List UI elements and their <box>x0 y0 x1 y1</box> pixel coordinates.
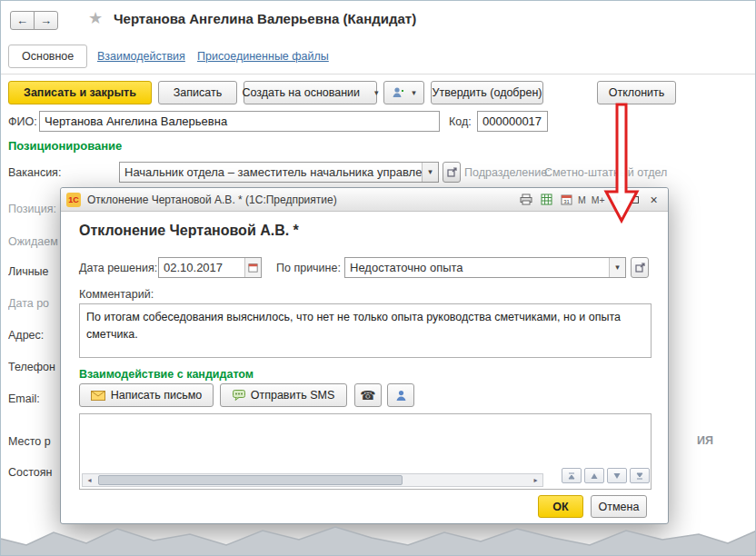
interaction-section-header: Взаимодействие с кандидатом <box>79 368 254 381</box>
arrow-top-icon <box>567 472 576 481</box>
open-link-icon <box>447 167 457 177</box>
page-title: Чертанова Ангелина Валерьевна (Кандидат) <box>114 11 416 26</box>
candidate-card-window: ← → ★ Чертанова Ангелина Валерьевна (Кан… <box>0 0 756 556</box>
comment-textarea[interactable]: По итогам собеседования выяснилось, что … <box>79 303 652 358</box>
scrollbar-right-button[interactable]: ▸ <box>529 474 542 486</box>
nav-forward-button[interactable]: → <box>34 11 58 30</box>
vacancy-label: Вакансия: <box>8 166 61 179</box>
arrow-bottom-icon <box>635 472 644 481</box>
comment-label: Комментарий: <box>79 288 154 301</box>
calendar-icon[interactable]: 31 <box>557 192 575 208</box>
cancel-button[interactable]: Отмена <box>591 495 647 518</box>
decision-date-input[interactable]: 02.10.2017 <box>158 257 262 278</box>
code-label: Код: <box>449 115 472 128</box>
vacancy-value: Начальник отдела – заместитель начальник… <box>120 165 422 179</box>
forward-arrow-icon: → <box>40 14 52 27</box>
envelope-icon <box>91 391 105 401</box>
torn-edge-decoration <box>1 521 756 555</box>
vacancy-dropdown-button[interactable]: ▾ <box>422 163 438 182</box>
sms-bubble-icon <box>233 390 245 401</box>
position-label: Позиция: <box>8 203 60 215</box>
horizontal-scrollbar[interactable]: ◂ ▸ <box>82 473 543 487</box>
create-based-on-label: Создать на основании <box>242 86 360 99</box>
chevron-down-icon: ▾ <box>374 89 379 97</box>
favorite-star-icon[interactable]: ★ <box>88 8 103 28</box>
decision-date-label: Дата решения: <box>79 262 157 274</box>
calendar-icon <box>248 263 258 273</box>
move-first-button[interactable] <box>562 468 582 483</box>
save-and-close-button[interactable]: Записать и закрыть <box>8 81 152 104</box>
vacancy-open-button[interactable] <box>443 162 461 183</box>
phone-label: Телефон <box>8 361 60 373</box>
nav-back-button[interactable]: ← <box>10 11 35 30</box>
state-label: Состоян <box>8 466 60 479</box>
dialog-titlebar[interactable]: 1С Отклонение Чертановой А.В. * (1С:Пред… <box>61 188 668 212</box>
reason-dropdown-button[interactable]: ▾ <box>609 258 625 277</box>
date-picker-button[interactable] <box>244 258 261 277</box>
department-label: Подразделение: <box>464 166 551 179</box>
move-down-button[interactable] <box>607 468 627 483</box>
1c-logo-icon: 1С <box>66 193 81 207</box>
tab-interactions[interactable]: Взаимодействия <box>97 50 185 63</box>
create-based-on-button[interactable]: Создать на основании ▾ <box>244 81 377 104</box>
reason-value: Недостаточно опыта <box>345 261 609 274</box>
vacancy-combobox[interactable]: Начальник отдела – заместитель начальник… <box>119 162 439 183</box>
reason-combobox[interactable]: Недостаточно опыта ▾ <box>344 257 626 278</box>
close-button[interactable]: × <box>645 192 662 208</box>
ok-button[interactable]: ОК <box>538 495 583 518</box>
tab-main[interactable]: Основное <box>8 45 87 68</box>
tab-main-label: Основное <box>22 50 74 63</box>
send-sms-label: Отправить SMS <box>251 389 335 402</box>
dialog-heading: Отклонение Чертановой А.В. * <box>79 223 299 239</box>
arrow-up-icon <box>590 472 599 481</box>
svg-text:31: 31 <box>563 199 570 204</box>
phone-icon: ☎ <box>360 388 375 402</box>
chevron-down-icon: ▾ <box>412 89 416 97</box>
email-label: Email: <box>8 392 60 405</box>
scrollbar-thumb[interactable] <box>98 475 403 485</box>
reason-open-button[interactable] <box>631 257 649 278</box>
reason-label: По причине: <box>276 262 341 274</box>
candidate-actions-button[interactable]: ▾ <box>383 81 424 104</box>
fio-label: ФИО: <box>8 115 37 128</box>
write-letter-label: Написать письмо <box>111 389 202 402</box>
move-last-button[interactable] <box>630 468 650 483</box>
chevron-down-icon: ▾ <box>615 263 620 272</box>
dialog-window-title: Отклонение Чертановой А.В. * (1С:Предпри… <box>87 194 337 206</box>
decision-date-value: 02.10.2017 <box>159 261 244 274</box>
workplace-label: Место р <box>8 435 60 448</box>
send-sms-button[interactable]: Отправить SMS <box>220 383 347 407</box>
save-button[interactable]: Записать <box>158 81 237 104</box>
rejection-dialog: 1С Отклонение Чертановой А.В. * (1С:Пред… <box>60 187 669 524</box>
memory-m-button[interactable]: M <box>575 194 589 205</box>
approve-button[interactable]: Утвердить (одобрен) <box>431 81 543 104</box>
meeting-button[interactable] <box>387 383 414 407</box>
person-icon <box>395 390 407 402</box>
fio-input[interactable] <box>39 111 440 132</box>
arrow-down-icon <box>612 472 622 481</box>
print-icon[interactable] <box>517 192 535 208</box>
expected-income-label: Ожидаем <box>8 235 60 248</box>
back-arrow-icon: ← <box>16 14 28 27</box>
positioning-section-header: Позиционирование <box>8 139 122 153</box>
code-input[interactable] <box>477 111 548 132</box>
call-button[interactable]: ☎ <box>354 383 382 407</box>
add-person-icon <box>392 86 406 99</box>
list-move-buttons <box>559 468 650 483</box>
history-header-fragment: ИЯ <box>697 434 713 447</box>
scrollbar-left-button[interactable]: ◂ <box>83 474 96 486</box>
tab-attached-files[interactable]: Присоединенные файлы <box>197 50 329 63</box>
write-letter-button[interactable]: Написать письмо <box>79 383 214 407</box>
red-annotation-arrow <box>600 103 643 224</box>
table-icon[interactable] <box>537 192 555 208</box>
birthdate-label: Дата ро <box>8 297 60 310</box>
chevron-down-icon: ▾ <box>428 168 433 176</box>
reject-button[interactable]: Отклонить <box>597 81 676 104</box>
personal-data-label: Личные <box>8 265 60 278</box>
address-label: Адрес: <box>8 329 60 342</box>
open-link-icon <box>635 263 645 273</box>
move-up-button[interactable] <box>584 468 604 483</box>
header-divider <box>1 74 756 74</box>
